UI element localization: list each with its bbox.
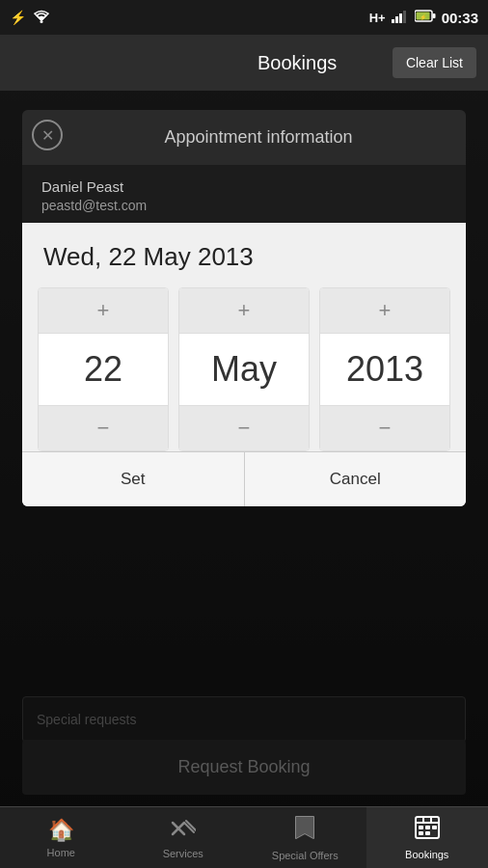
svg-text:⚡: ⚡ <box>420 14 427 21</box>
status-left-icons: ⚡ <box>10 9 51 27</box>
battery-icon: ⚡ <box>415 10 436 25</box>
month-spinner: + May − <box>178 287 310 451</box>
minus-icon: − <box>238 416 251 441</box>
time-display: 00:33 <box>442 10 478 26</box>
year-spinner: + 2013 − <box>319 287 450 451</box>
plus-icon: + <box>379 298 392 323</box>
day-increment-button[interactable]: + <box>39 288 168 334</box>
status-right-icons: H+ ⚡ 00:33 <box>369 10 478 26</box>
nav-item-home[interactable]: 🏠 Home <box>0 807 122 868</box>
nav-item-bookings[interactable]: Bookings <box>366 807 489 868</box>
usb-icon: ⚡ <box>10 10 26 25</box>
close-icon: ✕ <box>41 126 54 145</box>
nav-label-services: Services <box>163 848 203 859</box>
date-display: Wed, 22 May 2013 <box>38 238 450 287</box>
nav-item-services[interactable]: Services <box>122 807 245 868</box>
svg-rect-18 <box>425 826 430 829</box>
datepicker-container: Wed, 22 May 2013 + 22 − + <box>22 223 466 451</box>
month-value: May <box>179 334 309 405</box>
nav-label-special-offers: Special Offers <box>272 850 339 861</box>
nav-item-special-offers[interactable]: Special Offers <box>244 807 366 868</box>
signal-bars <box>392 10 409 26</box>
modal-header: Appointment information <box>22 110 466 165</box>
user-name: Daniel Peast <box>41 178 447 195</box>
nav-label-bookings: Bookings <box>405 849 448 860</box>
svg-point-0 <box>41 20 43 23</box>
minus-icon: − <box>97 416 110 441</box>
modal-close-button[interactable]: ✕ <box>32 120 63 150</box>
plus-icon: + <box>97 298 110 323</box>
modal-overlay: ✕ Appointment information Daniel Peast p… <box>0 91 488 806</box>
home-icon: 🏠 <box>48 818 74 843</box>
svg-rect-4 <box>403 11 406 23</box>
app-header: Bookings Clear List <box>0 35 488 91</box>
appointment-modal: ✕ Appointment information Daniel Peast p… <box>22 110 466 506</box>
user-email: peastd@test.com <box>41 198 447 213</box>
nav-label-home: Home <box>47 847 75 858</box>
day-decrement-button[interactable]: − <box>39 405 168 450</box>
signal-text: H+ <box>369 11 386 25</box>
svg-rect-17 <box>419 826 423 829</box>
minus-icon: − <box>379 416 392 441</box>
svg-rect-1 <box>392 19 394 23</box>
modal-title: Appointment information <box>164 127 352 147</box>
page-title: Bookings <box>202 52 392 74</box>
month-increment-button[interactable]: + <box>179 288 309 334</box>
svg-rect-6 <box>432 14 435 18</box>
status-bar: ⚡ H+ ⚡ <box>0 0 488 35</box>
bottom-navigation: 🏠 Home Services Special Offers <box>0 806 488 868</box>
wifi-icon <box>32 9 51 27</box>
svg-rect-21 <box>425 831 430 835</box>
svg-rect-19 <box>432 826 437 829</box>
day-spinner: + 22 − <box>38 287 169 451</box>
dialog-buttons: Set Cancel <box>22 451 466 506</box>
day-value: 22 <box>39 334 168 405</box>
plus-icon: + <box>238 298 251 323</box>
cancel-button[interactable]: Cancel <box>245 452 467 506</box>
svg-rect-3 <box>399 14 402 23</box>
special-offers-icon <box>294 815 315 846</box>
month-decrement-button[interactable]: − <box>179 405 309 450</box>
svg-rect-2 <box>395 16 398 23</box>
set-button[interactable]: Set <box>22 452 245 506</box>
clear-list-button[interactable]: Clear List <box>393 47 476 78</box>
year-decrement-button[interactable]: − <box>320 405 449 450</box>
svg-rect-20 <box>419 831 423 835</box>
year-value: 2013 <box>320 334 449 405</box>
year-increment-button[interactable]: + <box>320 288 449 334</box>
user-info-section: Daniel Peast peastd@test.com <box>22 165 466 223</box>
services-icon <box>171 817 196 844</box>
spinner-row: + 22 − + May − <box>38 287 450 451</box>
bookings-icon <box>415 816 440 845</box>
